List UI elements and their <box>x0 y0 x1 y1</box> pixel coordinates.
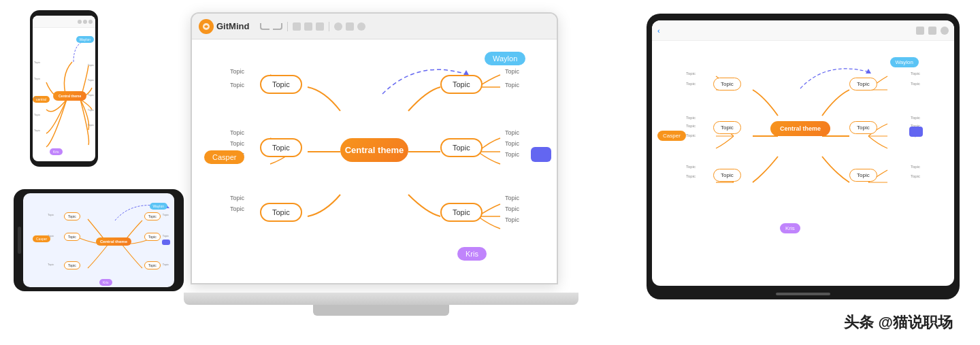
topic-p2-l3: Topic <box>64 261 80 269</box>
tab-lbl-r2: Topic <box>911 82 920 86</box>
tab-lbl-r3: Topic <box>911 116 920 120</box>
topic-laptop-r2: Topic <box>440 138 483 157</box>
undo-icon[interactable] <box>260 23 270 30</box>
central-node-laptop: Central theme <box>340 138 408 162</box>
tablet-back[interactable]: ‹ <box>657 27 660 35</box>
topic-t-l3: Topic <box>713 169 741 182</box>
gitmind-logo: GitMind <box>199 19 249 34</box>
casper-phone2: Casper <box>33 235 50 242</box>
tablet-home-indicator <box>776 293 830 295</box>
phone-portrait: Central theme Waylon central Kris Topic … <box>30 10 98 167</box>
label-ll1: Topic <box>230 68 244 75</box>
watermark: 头条 @猫说职场 <box>844 312 953 333</box>
waylon-node-phone1: Waylon <box>76 36 95 43</box>
tab-lbl-r7: Topic <box>911 174 920 178</box>
tab-lbl-l5: Topic <box>686 133 696 137</box>
label-rr8: Topic <box>505 216 519 223</box>
phone-canvas: Central theme Waylon central Kris Topic … <box>33 28 95 161</box>
tab-lbl-l7: Topic <box>686 174 696 178</box>
tablet-list-icon[interactable] <box>928 27 936 35</box>
label-rr1: Topic <box>505 68 519 75</box>
tablet-more-icon[interactable] <box>941 27 949 35</box>
tab-lbl-l4: Topic <box>686 124 696 128</box>
casper-tablet: Casper <box>657 131 686 141</box>
tab-lbl-r1: Topic <box>911 71 920 76</box>
topic-p2-r2: Topic <box>144 233 161 241</box>
phone-screen: Central theme Waylon central Kris Topic … <box>33 16 95 161</box>
phone-toolbar <box>33 16 95 28</box>
toolbar-icons <box>260 22 365 31</box>
link-icon[interactable] <box>334 22 342 31</box>
phone2-notch <box>18 227 21 254</box>
label-rr6: Topic <box>505 195 519 201</box>
cut-icon[interactable] <box>293 22 301 31</box>
redo-icon[interactable] <box>273 23 282 30</box>
tab-lbl-l3: Topic <box>686 116 696 120</box>
label-ll7: Topic <box>230 206 244 212</box>
phone2-screen: Central theme Topic Topic Topic Topic To… <box>23 193 174 287</box>
topic-laptop-r1: Topic <box>440 75 483 94</box>
lbl-p2-r3: Topic <box>163 263 169 266</box>
lbl-p2-r2: Topic <box>163 234 169 237</box>
label-ll3: Topic <box>230 129 244 136</box>
laptop-base <box>184 293 578 305</box>
label-ll4: Topic <box>230 140 244 147</box>
label-phone1-r4: Topic <box>88 108 94 112</box>
kris-laptop: Kris <box>457 247 487 261</box>
tab-lbl-r6: Topic <box>911 165 920 169</box>
tablet-icons <box>916 27 949 35</box>
label-rr7: Topic <box>505 206 519 212</box>
laptop-foot <box>313 305 449 316</box>
blue-rect-phone2 <box>162 240 170 245</box>
lbl-p2-3: Topic <box>48 263 54 266</box>
central-tablet: Central theme <box>770 121 830 136</box>
waylon-phone2: Waylon <box>150 203 168 210</box>
topic-p2-l1: Topic <box>64 212 80 220</box>
kris-phone2: Kris <box>99 279 112 286</box>
sep1 <box>287 22 288 31</box>
label-phone1-r5: Topic <box>88 123 94 127</box>
laptop: GitMind <box>191 12 572 325</box>
topic-t-r2: Topic <box>849 121 877 134</box>
label-phone1-r2: Topic <box>88 78 94 82</box>
tablet-search-icon[interactable] <box>916 27 924 35</box>
clock-icon[interactable] <box>357 22 365 31</box>
dot2 <box>83 20 87 24</box>
lbl-p2-r1: Topic <box>163 213 169 216</box>
label-ll6: Topic <box>230 195 244 201</box>
tab-lbl-l6: Topic <box>686 165 696 169</box>
tablet-screen: ‹ <box>652 20 954 286</box>
central-node-phone1: Central theme <box>53 91 86 101</box>
waylon-tablet: Waylon <box>890 57 919 67</box>
tablet: ‹ <box>647 14 960 299</box>
topic-t-l2: Topic <box>713 121 741 134</box>
laptop-mindmap: Central theme Topic Topic Topic Topic To… <box>192 39 557 283</box>
topic-p2-l2: Topic <box>64 233 80 241</box>
topic-t-l1: Topic <box>713 78 741 91</box>
tab-lbl-l1: Topic <box>686 71 696 76</box>
topic-p2-r3: Topic <box>144 261 161 269</box>
topic-laptop-l3: Topic <box>260 203 302 222</box>
dot3 <box>88 20 93 24</box>
tablet-mindmap-svg <box>652 41 954 286</box>
tablet-canvas: Central theme Topic Topic Topic Topic To… <box>652 41 954 286</box>
label-rr2: Topic <box>505 82 519 88</box>
tablet-toolbar: ‹ <box>652 20 954 41</box>
label-phone1-1: Topic <box>34 61 40 64</box>
image-icon[interactable] <box>346 22 354 31</box>
topic-p2-r1: Topic <box>144 212 161 220</box>
sep2 <box>329 22 329 31</box>
label-phone1-r1: Topic <box>88 63 94 67</box>
label-rr5: Topic <box>505 151 519 158</box>
copy-icon[interactable] <box>304 22 312 31</box>
label-phone1-2: Topic <box>34 77 40 80</box>
label-phone1-5: Topic <box>34 129 40 132</box>
paste-icon[interactable] <box>316 22 324 31</box>
central-node-phone2: Central theme <box>96 237 131 246</box>
topic-t-r3: Topic <box>849 169 877 182</box>
laptop-screen: GitMind <box>191 12 558 284</box>
casper-laptop: Casper <box>204 150 244 164</box>
blue-rect-tablet <box>909 127 923 137</box>
logo-icon <box>199 19 214 34</box>
blue-rect-laptop <box>531 147 551 162</box>
